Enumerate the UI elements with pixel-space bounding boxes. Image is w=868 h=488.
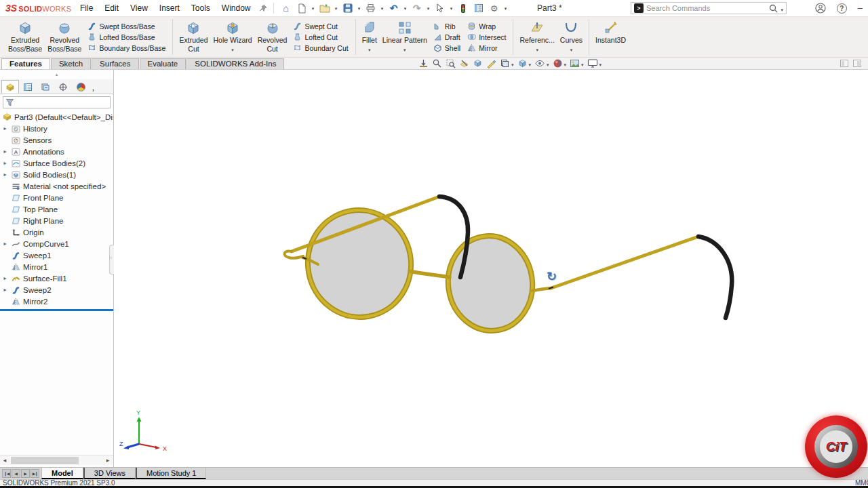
tree-item-history[interactable]: History (0, 123, 113, 134)
tab-surfaces[interactable]: Surfaces (92, 58, 138, 69)
menu-insert[interactable]: Insert (159, 3, 180, 13)
fillet-button[interactable]: Fillet (359, 18, 380, 56)
tree-item-top-plane[interactable]: Top Plane (0, 203, 113, 215)
dropdown-caret-icon[interactable] (334, 6, 339, 11)
expand-arrow-icon[interactable] (2, 160, 8, 166)
tab-dimxpert-manager[interactable] (54, 80, 72, 94)
next-tab-button[interactable] (21, 469, 30, 478)
dropdown-caret-icon[interactable] (380, 6, 385, 11)
expand-arrow-icon[interactable] (2, 125, 8, 131)
last-tab-button[interactable] (31, 469, 39, 478)
undo-button[interactable]: ↶ (387, 1, 401, 15)
tree-item-compcurve1[interactable]: CompCurve1 (0, 238, 113, 249)
open-button[interactable] (318, 1, 332, 15)
tab-property-manager[interactable] (19, 80, 37, 94)
wrap-button[interactable]: Wrap (466, 21, 507, 31)
first-tab-button[interactable] (2, 469, 11, 478)
pin-menu-icon[interactable] (259, 2, 268, 14)
tab-features[interactable]: Features (1, 58, 50, 69)
tree-item-mirror1[interactable]: Mirror1 (0, 261, 113, 272)
section-view-button[interactable] (459, 58, 469, 68)
graphics-area[interactable]: Y X Z (114, 70, 868, 467)
expand-arrow-icon[interactable] (2, 171, 8, 178)
tree-item-solid-bodies[interactable]: Solid Bodies(1) (0, 169, 113, 180)
scrollbar-thumb[interactable] (11, 457, 79, 464)
linear-pattern-button[interactable]: Linear Pattern (380, 18, 430, 56)
menu-view[interactable]: View (130, 3, 148, 13)
zoom-to-fit-button[interactable] (418, 58, 429, 68)
dynamic-annotation-button[interactable] (486, 58, 496, 68)
extruded-cut-button[interactable]: Extruded Cut (176, 18, 210, 56)
instant3d-button[interactable]: Instant3D (593, 18, 629, 56)
tab-motion-study-1[interactable]: Motion Study 1 (136, 468, 206, 479)
lofted-boss-base-button[interactable]: Lofted Boss/Base (86, 32, 167, 42)
tree-item-right-plane[interactable]: Right Plane (0, 215, 113, 226)
search-icon[interactable] (769, 4, 778, 13)
rollback-bar[interactable] (0, 309, 113, 311)
hide-show-items-button[interactable] (534, 58, 549, 68)
expand-arrow-icon[interactable] (2, 148, 8, 155)
tree-item-mirror2[interactable]: Mirror2 (0, 296, 113, 307)
search-commands-box[interactable] (631, 2, 787, 14)
tree-item-sweep2[interactable]: Sweep2 (0, 284, 113, 296)
dropdown-caret-icon[interactable] (311, 6, 316, 11)
swept-cut-button[interactable]: Swept Cut (292, 21, 349, 31)
collapse-left-pane-icon[interactable] (840, 60, 848, 67)
boundary-cut-button[interactable]: Boundary Cut (292, 43, 349, 53)
expand-task-pane-icon[interactable] (853, 60, 861, 67)
tree-item-origin[interactable]: Origin (0, 226, 113, 238)
tree-filter-field[interactable] (3, 96, 111, 108)
expand-arrow-icon[interactable] (2, 275, 8, 281)
tree-item-material[interactable]: Material <not specified> (0, 180, 113, 192)
dropdown-caret-icon[interactable] (503, 6, 509, 11)
extruded-boss-base-button[interactable]: Extruded Boss/Base (5, 18, 45, 56)
home-button[interactable]: ⌂ (279, 1, 293, 15)
shell-button[interactable]: Shell (432, 43, 462, 53)
previous-view-button[interactable] (446, 58, 456, 68)
dropdown-caret-icon[interactable] (426, 6, 431, 11)
minimize-window-button[interactable] (858, 5, 863, 12)
tab-configuration-manager[interactable] (37, 80, 54, 94)
user-account-icon[interactable] (815, 3, 826, 14)
reference-geometry-button[interactable]: Referenc... (517, 18, 557, 56)
tree-item-part3-root[interactable]: Part3 (Default<<Default>_Dis (0, 111, 113, 123)
options-button[interactable]: ⚙ (488, 1, 501, 15)
hole-wizard-button[interactable]: Hole Wizard (211, 18, 255, 56)
boundary-boss-base-button[interactable]: Boundary Boss/Base (86, 43, 167, 53)
panel-collapse-handle[interactable] (0, 70, 113, 79)
apply-scene-button[interactable] (570, 58, 584, 68)
lofted-cut-button[interactable]: Lofted Cut (292, 32, 349, 42)
revolved-cut-button[interactable]: Revolved Cut (255, 18, 290, 56)
redo-button[interactable]: ↷ (410, 1, 424, 15)
tree-item-annotations[interactable]: A Annotations (0, 146, 113, 157)
scroll-left-arrow[interactable] (0, 455, 9, 465)
tree-item-sensors[interactable]: Sensors (0, 134, 113, 146)
tab-solidworks-add-ins[interactable]: SOLIDWORKS Add-Ins (186, 58, 284, 69)
tab-featuremanager-tree[interactable] (1, 80, 19, 94)
revolved-boss-base-button[interactable]: Revolved Boss/Base (45, 18, 84, 56)
swept-boss-base-button[interactable]: Swept Boss/Base (86, 21, 167, 31)
status-units-text[interactable]: MMGS (855, 480, 868, 486)
zoom-to-area-button[interactable] (432, 58, 442, 68)
rib-button[interactable]: Rib (432, 21, 462, 31)
curves-button[interactable]: Curves (557, 18, 585, 56)
expand-arrow-icon[interactable] (2, 241, 8, 247)
menu-tools[interactable]: Tools (191, 3, 210, 13)
menu-window[interactable]: Window (222, 3, 251, 13)
rebuild-button[interactable] (456, 1, 470, 15)
view-orientation-button[interactable] (500, 58, 514, 68)
dropdown-caret-icon[interactable] (403, 6, 408, 11)
more-tabs-chevron-icon[interactable] (92, 87, 94, 94)
tree-item-front-plane[interactable]: Front Plane (0, 192, 113, 203)
help-icon[interactable] (837, 3, 847, 14)
edit-appearance-button[interactable] (553, 58, 567, 68)
scroll-right-arrow[interactable] (103, 455, 113, 465)
annotation-views-button[interactable] (473, 58, 483, 68)
dropdown-caret-icon[interactable] (357, 6, 362, 11)
previous-tab-button[interactable] (12, 469, 20, 478)
search-commands-input[interactable] (646, 4, 766, 12)
tab-display-manager[interactable] (72, 80, 90, 94)
tree-horizontal-scrollbar[interactable] (0, 455, 113, 465)
search-scope-caret-icon[interactable] (781, 2, 783, 14)
new-document-button[interactable] (295, 1, 309, 15)
